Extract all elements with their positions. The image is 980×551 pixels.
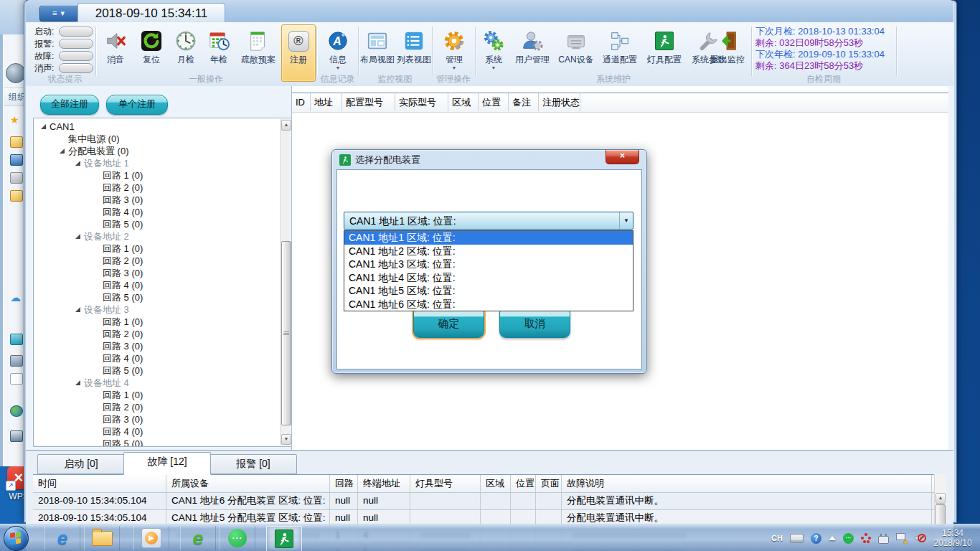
tree-item[interactable]: 回路 3 (0) bbox=[34, 340, 281, 352]
close-button[interactable]: × bbox=[606, 150, 639, 164]
dropdown-arrow-icon: ▼ bbox=[320, 65, 356, 70]
antivirus-tray-icon[interactable] bbox=[861, 533, 871, 543]
column-header: 页面 bbox=[536, 475, 562, 492]
taskbar-360-browser-button[interactable]: e bbox=[180, 526, 216, 550]
tree-item-label: 回路 1 (0) bbox=[103, 242, 143, 255]
tree-item[interactable]: 回路 4 (0) bbox=[34, 425, 281, 438]
ribbon-group-selfcheck: 下次月检: 2018-10-13 01:33:04剩余: 032日09时58分5… bbox=[752, 22, 895, 86]
list-view-icon bbox=[396, 25, 432, 55]
tree-item[interactable]: 回路 2 (0) bbox=[34, 328, 281, 340]
tree-expander-icon[interactable] bbox=[75, 380, 80, 385]
selfcheck-line: 下次年检: 2019-09-10 15:33:04 bbox=[755, 49, 895, 60]
taskbar-explorer-button[interactable] bbox=[84, 526, 120, 550]
dropdown-option[interactable]: CAN1 地址2 区域: 位置: bbox=[344, 245, 633, 258]
fault-row[interactable]: 2018-09-10 15:34:05.104CAN1 地址6 分配电装置 区域… bbox=[33, 493, 934, 510]
fault-cell bbox=[481, 493, 511, 509]
quick-access-toolbar-button[interactable]: ≡ ▾ bbox=[39, 6, 78, 22]
power-plug-icon[interactable] bbox=[878, 533, 889, 544]
keyboard-icon[interactable] bbox=[790, 534, 804, 543]
group-label-views: 监控视图 bbox=[359, 73, 431, 85]
tree-item-label: 回路 5 (0) bbox=[103, 291, 143, 303]
tree-item[interactable]: 设备地址 3 bbox=[34, 303, 281, 316]
scroll-up-button[interactable]: ▲ bbox=[936, 493, 946, 504]
scroll-down-button[interactable]: ▼ bbox=[281, 434, 291, 445]
tree-item[interactable]: 回路 2 (0) bbox=[34, 255, 281, 267]
chat-tray-icon[interactable]: ··· bbox=[843, 533, 854, 544]
start-button[interactable] bbox=[4, 526, 29, 551]
taskbar-ie-button[interactable]: e bbox=[44, 526, 80, 550]
dropdown-option[interactable]: CAN1 地址4 区域: 位置: bbox=[344, 271, 633, 285]
tree-item[interactable]: 回路 3 (0) bbox=[34, 413, 281, 425]
tree-item[interactable]: 回路 1 (0) bbox=[34, 316, 281, 328]
taskbar-chat-button[interactable]: ··· bbox=[220, 526, 255, 550]
tree-item-label: 分配电装置 (0) bbox=[68, 145, 129, 157]
dropdown-option[interactable]: CAN1 地址6 区域: 位置: bbox=[344, 298, 633, 311]
show-hidden-icons-button[interactable] bbox=[829, 536, 836, 540]
scroll-up-button[interactable]: ▲ bbox=[281, 120, 291, 131]
tree-item[interactable]: 分配电装置 (0) bbox=[34, 145, 281, 157]
tree-item-label: 回路 3 (0) bbox=[103, 340, 143, 352]
taskbar-media-player-button[interactable]: ▶ bbox=[133, 526, 169, 550]
scrollbar-thumb[interactable] bbox=[281, 241, 291, 425]
tab-start-events[interactable]: 启动 [0] bbox=[37, 454, 125, 474]
dropdown-option[interactable]: CAN1 地址3 区域: 位置: bbox=[344, 258, 633, 271]
tree-item[interactable]: 回路 3 (0) bbox=[34, 194, 281, 206]
tree-item[interactable]: 设备地址 2 bbox=[34, 230, 281, 242]
clock-icon bbox=[170, 25, 202, 55]
register-icon: ® bbox=[282, 25, 315, 55]
tree-item[interactable]: 回路 1 (0) bbox=[34, 169, 281, 182]
register-single-button[interactable]: 单个注册 bbox=[106, 95, 168, 115]
network-warning-icon[interactable]: ▲ bbox=[896, 533, 908, 543]
register-all-button[interactable]: 全部注册 bbox=[40, 95, 99, 115]
tree-item[interactable]: 回路 4 (0) bbox=[34, 206, 281, 218]
tree-item[interactable]: 回路 3 (0) bbox=[34, 267, 281, 279]
help-icon[interactable]: ? bbox=[811, 533, 821, 544]
tree-item[interactable]: 回路 5 (0) bbox=[34, 438, 281, 446]
tree-item[interactable]: 回路 2 (0) bbox=[34, 182, 281, 194]
tree-item[interactable]: 回路 4 (0) bbox=[34, 352, 281, 364]
taskbar-clock[interactable]: 15:34 2018/9/10 bbox=[930, 528, 976, 548]
tab-fault-events[interactable]: 故障 [12] bbox=[123, 452, 211, 475]
tree-scrollbar[interactable]: ▲ ▼ bbox=[280, 119, 291, 446]
tree-expander-icon[interactable] bbox=[75, 161, 80, 166]
volume-muted-icon[interactable] bbox=[915, 533, 926, 543]
tree-expander-icon[interactable] bbox=[75, 307, 80, 312]
tree-item[interactable]: 回路 5 (0) bbox=[34, 364, 281, 377]
calendar-sheet-icon bbox=[236, 25, 281, 55]
ribbon: 启动:报警:故障:消声: 状态提示 消音 复位 月检 bbox=[26, 22, 953, 87]
tab-alarm-events[interactable]: 报警 [0] bbox=[209, 454, 297, 474]
tree-item-label: 回路 4 (0) bbox=[103, 425, 143, 438]
reset-icon bbox=[134, 25, 169, 55]
language-indicator[interactable]: CH bbox=[771, 534, 783, 542]
tree-item[interactable]: 回路 4 (0) bbox=[34, 279, 281, 291]
internet-explorer-icon: e bbox=[57, 527, 67, 550]
dropdown-option[interactable]: CAN1 地址5 区域: 位置: bbox=[344, 284, 633, 298]
ribbon-group-system: 系统 ▼ 用户管理 CAN设备 通道配置 bbox=[476, 22, 751, 86]
tree-item[interactable]: 回路 1 (0) bbox=[34, 242, 281, 255]
tree-item[interactable]: 集中电源 (0) bbox=[34, 133, 281, 145]
tree-expander-icon[interactable] bbox=[60, 149, 65, 154]
status-indicator-pill bbox=[59, 63, 93, 73]
tree-item-label: 回路 3 (0) bbox=[103, 413, 143, 425]
tree-item[interactable]: 回路 2 (0) bbox=[34, 401, 281, 413]
tree-item[interactable]: CAN1 bbox=[34, 121, 281, 133]
tree-item[interactable]: 回路 5 (0) bbox=[34, 291, 281, 303]
tree-expander-icon[interactable] bbox=[75, 234, 80, 239]
registration-table-header: ID地址配置型号实际型号区域位置备注注册状态 bbox=[292, 93, 948, 113]
dropdown-arrow-icon: ▼ bbox=[478, 65, 509, 70]
tree-item-label: CAN1 bbox=[50, 121, 75, 133]
tree-item[interactable]: 回路 5 (0) bbox=[34, 218, 281, 230]
tree-item[interactable]: 设备地址 1 bbox=[34, 157, 281, 169]
dropdown-option[interactable]: CAN1 地址1 区域: 位置: bbox=[344, 231, 633, 245]
dialog-title: 选择分配电装置 bbox=[339, 154, 420, 166]
tree-item-label: 回路 1 (0) bbox=[103, 169, 143, 182]
favorites-star-icon: ★ bbox=[10, 115, 22, 125]
chevron-down-icon: ▼ bbox=[619, 212, 633, 229]
device-combobox[interactable]: CAN1 地址1 区域: 位置: ▼ bbox=[344, 212, 633, 230]
tree-item[interactable]: 设备地址 4 bbox=[34, 377, 281, 389]
tree-expander-icon[interactable] bbox=[41, 124, 46, 129]
tree-item[interactable]: 回路 1 (0) bbox=[34, 389, 281, 401]
taskbar-monitor-app-button[interactable] bbox=[266, 526, 302, 551]
status-indicator-pill bbox=[59, 51, 93, 61]
scrollbar-thumb[interactable] bbox=[936, 504, 946, 526]
